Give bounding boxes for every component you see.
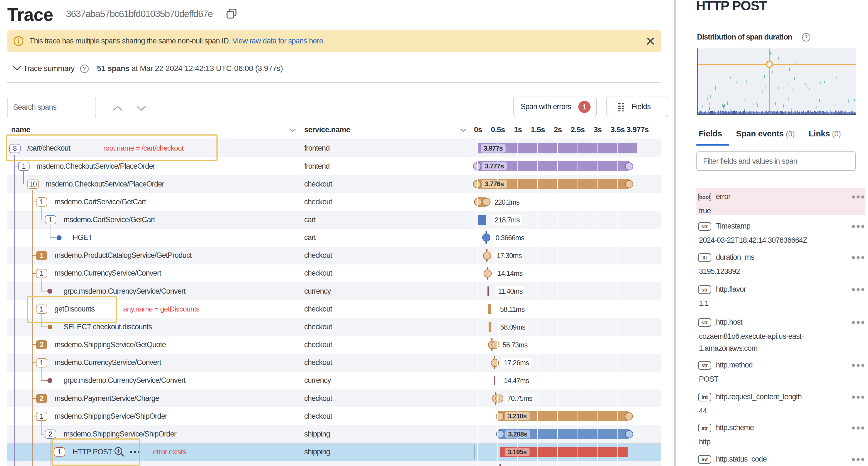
svg-text:?: ? xyxy=(805,35,808,40)
svg-text:?: ? xyxy=(83,66,86,71)
